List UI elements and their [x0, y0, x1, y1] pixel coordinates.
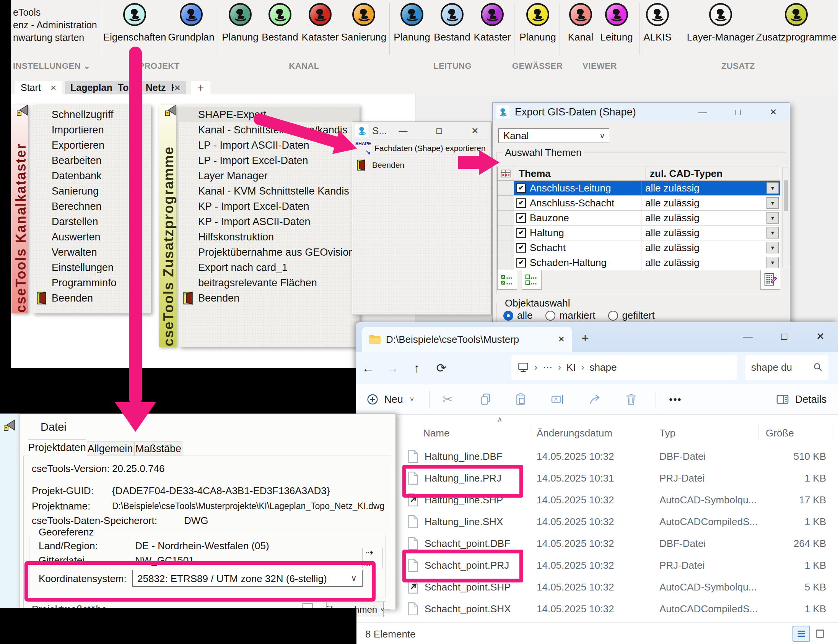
new-button-label[interactable]: Neu [381, 384, 406, 415]
this-pc-icon[interactable] [517, 361, 529, 373]
column-separator[interactable] [532, 424, 532, 440]
dropdown-button[interactable]: ▼ [767, 257, 779, 268]
close-icon[interactable]: ✕ [558, 334, 565, 344]
checkbox-checked[interactable]: ✔ [516, 213, 526, 223]
search-icon[interactable] [812, 362, 823, 373]
file-row[interactable]: Schacht_point.DBF 14.05.2025 10:32 DBF-D… [356, 532, 838, 554]
ribbon-group-instellungen[interactable]: INSTELLUNGEN ⌄ [13, 61, 91, 71]
ribbon-item-layer-manager[interactable]: Layer-Manager [677, 3, 765, 43]
column-separator[interactable] [759, 424, 759, 440]
rename-icon[interactable] [547, 384, 568, 415]
menu-item-berechnen[interactable]: Berechnen [33, 199, 151, 214]
paste-icon[interactable] [510, 384, 532, 415]
maximize-button[interactable]: □ [770, 327, 797, 346]
deselect-all-themes-button[interactable] [522, 270, 542, 290]
menu-item-kanal-kvm-kandis[interactable]: Kanal - KVM Schnittstelle Kandis [179, 184, 359, 199]
menu-item-hilfskonstruktion[interactable]: Hilfskonstruktion [179, 229, 359, 245]
close-button[interactable]: ✕ [807, 327, 834, 346]
menu-item-projektuebernahme[interactable]: Projektübernahme aus GEOvision³/card_1 [179, 245, 359, 260]
dropdown-button[interactable]: ▼ [767, 212, 779, 223]
panel-pin-icon[interactable] [15, 104, 30, 118]
search-input[interactable]: shape du [745, 355, 828, 380]
panel-pin-icon[interactable] [2, 419, 17, 434]
checkbox-checked[interactable]: ✔ [516, 198, 526, 208]
menu-item-verwalten[interactable]: Verwalten [33, 245, 151, 260]
new-tab-button[interactable]: + [191, 81, 210, 94]
column-header-name[interactable]: Name [423, 427, 449, 439]
menu-item-einstellungen[interactable]: Einstellungen [33, 260, 151, 275]
minimize-button[interactable]: — [734, 327, 761, 346]
back-button[interactable]: ← [356, 361, 380, 375]
menu-item-fachdaten-exportieren[interactable]: SHAPE ↘ Fachdaten (Shape) exportieren [352, 140, 491, 157]
kanal-combobox[interactable]: Kanal ∨ [498, 128, 609, 143]
menu-line[interactable]: enz - Administration [13, 19, 97, 31]
tab-projektdaten[interactable]: Projektdaten [28, 439, 86, 456]
table-row[interactable]: ✔Schaden-Haltung alle zulässig▼ [497, 255, 780, 270]
menu-item-kanal-nova-kandis[interactable]: Kanal - Schnittstelle nova/kandis [179, 122, 359, 138]
menu-item-sanierung[interactable]: Sanierung [33, 184, 151, 199]
column-header-size[interactable]: Größe [766, 427, 794, 439]
tab-allgemein[interactable]: Allgemein [87, 442, 133, 456]
column-header-thema[interactable]: Thema [514, 168, 645, 180]
close-icon[interactable]: ✕ [50, 83, 57, 92]
details-pane-icon[interactable] [774, 384, 791, 415]
file-row[interactable]: Schacht_point.SHP 14.05.2025 10:32 AutoC… [356, 576, 838, 598]
menu-item-beenden[interactable]: Beenden [352, 157, 491, 174]
copy-icon[interactable] [475, 384, 496, 415]
select-all-cell[interactable] [497, 167, 514, 180]
menu-item-kp-import-excel[interactable]: KP - Import Excel-Daten [179, 199, 359, 214]
column-separator[interactable] [833, 424, 833, 440]
close-button[interactable]: ✕ [464, 122, 487, 140]
row-selector[interactable] [497, 181, 514, 195]
select-all-themes-button[interactable] [497, 270, 517, 290]
checkbox-checked[interactable]: ✔ [516, 184, 526, 193]
file-row[interactable]: Haltung_line.PRJ 14.05.2025 10:31 PRJ-Da… [356, 467, 838, 489]
file-row[interactable]: Schacht_point.SHX 14.05.2025 10:32 AutoC… [356, 598, 838, 619]
column-header-date[interactable]: Änderungsdatum [537, 427, 612, 439]
menu-item-bearbeiten[interactable]: Bearbeiten [33, 153, 151, 168]
icon-view-button[interactable] [813, 627, 827, 641]
radio-markiert[interactable] [545, 311, 555, 321]
up-button[interactable]: ↑ [405, 361, 429, 375]
column-header-typ[interactable]: Typ [659, 427, 675, 439]
list-view-button[interactable] [792, 626, 810, 642]
column-header-cad-typen[interactable]: zul. CAD-Typen [645, 167, 780, 180]
close-button[interactable]: ✕ [762, 103, 785, 121]
file-row[interactable]: Haltung_line.SHX 14.05.2025 10:32 AutoCA… [356, 511, 838, 532]
column-separator[interactable] [655, 424, 655, 440]
close-icon[interactable]: ✕ [174, 83, 181, 92]
menu-item-darstellen[interactable]: Darstellen [33, 214, 151, 229]
menu-item-layer-manager[interactable]: Layer Manager [179, 168, 359, 184]
edit-list-button[interactable] [761, 270, 780, 290]
dropdown-button[interactable]: ▼ [767, 242, 779, 253]
menu-line[interactable]: eTools [13, 6, 97, 19]
radio-label[interactable]: markiert [559, 310, 595, 322]
new-button[interactable] [364, 384, 381, 415]
forward-button[interactable]: → [380, 361, 405, 375]
tab-drawing[interactable]: Lageplan_Topo_Netz_KI* ✕ [65, 81, 186, 94]
menu-item-beenden[interactable]: Beenden [33, 291, 151, 306]
radio-label[interactable]: alle [517, 310, 532, 322]
file-row[interactable]: Schacht_point.PRJ 14.05.2025 10:32 PRJ-D… [356, 554, 838, 576]
breadcrumb[interactable]: › ⋯ › KI › shape [511, 355, 737, 380]
breadcrumb-item-shape[interactable]: shape [590, 361, 617, 373]
ribbon-item-zusatzprogramme[interactable]: Zusatzprogramme [752, 3, 838, 43]
menu-item-datenbank[interactable]: Datenbank [33, 168, 151, 184]
menu-item-export-card1[interactable]: Export nach card_1 [179, 260, 359, 275]
menu-item-beitragsrelevante-flaechen[interactable]: beitragsrelevante Flächen [179, 275, 359, 291]
menu-item-schnellzugriff[interactable]: Schnellzugriff [33, 107, 151, 122]
koordinatensystem-combobox[interactable]: 25832: ETRS89 / UTM zone 32N (6-stellig)… [132, 570, 362, 586]
new-tab-button[interactable]: + [581, 330, 589, 345]
row-selector[interactable] [497, 196, 514, 210]
menu-item-lp-import-excel[interactable]: LP - Import Excel-Daten [179, 153, 359, 168]
checkbox-checked[interactable]: ✔ [516, 228, 526, 238]
menu-item-exportieren[interactable]: Exportieren [33, 138, 151, 153]
row-selector[interactable] [497, 210, 514, 225]
menu-item-auswerten[interactable]: Auswerten [33, 229, 151, 245]
menu-line[interactable]: nwartung starten [13, 31, 97, 44]
file-row[interactable]: Haltung_line.SHP 14.05.2025 10:32 AutoCA… [356, 489, 838, 511]
breadcrumb-ellipsis[interactable]: ⋯ [543, 361, 553, 373]
more-options-icon[interactable]: ••• [664, 384, 687, 415]
minimize-button[interactable]: — [392, 122, 415, 140]
menu-item-beenden[interactable]: Beenden [179, 291, 359, 306]
